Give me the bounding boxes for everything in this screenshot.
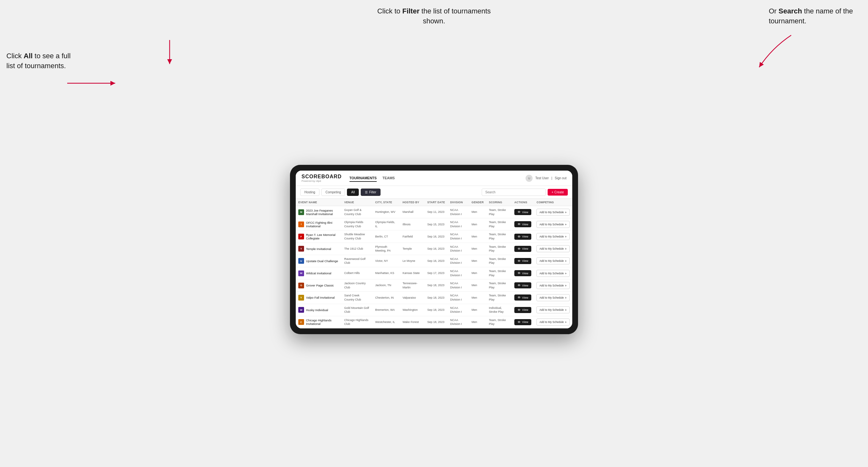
start-date-cell: Sep 16, 2023 (425, 255, 448, 267)
view-button[interactable]: 👁 View (514, 294, 531, 301)
competing-tab[interactable]: Competing (321, 189, 345, 196)
filter-button[interactable]: ☰ Filter (361, 189, 380, 196)
competing-cell: Add to My Schedule + (534, 267, 572, 279)
add-to-schedule-button[interactable]: Add to My Schedule + (536, 257, 570, 264)
view-button[interactable]: 👁 View (514, 221, 531, 227)
col-venue: VENUE (341, 199, 373, 206)
hosted-by-cell: Marshall (400, 206, 425, 218)
table-row: W Wildcat Invitational Colbert HillsManh… (296, 267, 572, 279)
event-name-cell-4: U Upstate Dual Challenge (296, 255, 341, 267)
col-actions: ACTIONS (512, 199, 534, 206)
app-header: SCOREBOARD Powered by clipd TOURNAMENTS … (296, 170, 572, 186)
division-cell: NCAA Division I (447, 243, 469, 255)
nav-tab-teams[interactable]: TEAMS (382, 175, 395, 182)
col-division: DIVISION (447, 199, 469, 206)
start-date-cell: Sep 16, 2023 (425, 243, 448, 255)
team-logo: V (298, 295, 304, 301)
table-row: C Chicago Highlands Invitational Chicago… (296, 316, 572, 328)
user-avatar: U (526, 175, 533, 182)
hosted-by-cell: Tennessee-Martin (400, 279, 425, 291)
view-button[interactable]: 👁 View (514, 319, 531, 325)
division-cell: NCAA Division I (447, 291, 469, 304)
add-to-schedule-button[interactable]: Add to My Schedule + (536, 245, 570, 252)
col-scoring: SCORING (486, 199, 512, 206)
col-start-date: START DATE (425, 199, 448, 206)
view-button[interactable]: 👁 View (514, 258, 531, 264)
view-button[interactable]: 👁 View (514, 246, 531, 252)
add-to-schedule-button[interactable]: Add to My Schedule + (536, 306, 570, 313)
event-name-cell-1: I OFCC Fighting Illini Invitational (296, 218, 341, 230)
add-to-schedule-button[interactable]: Add to My Schedule + (536, 233, 570, 240)
view-button[interactable]: 👁 View (514, 282, 531, 288)
city-state-cell: Berlin, CT (373, 230, 400, 243)
event-name-text: Temple Invitational (306, 247, 331, 251)
actions-cell: 👁 View (512, 243, 534, 255)
col-competing: COMPETING (534, 199, 572, 206)
view-button[interactable]: 👁 View (514, 209, 531, 215)
all-tab[interactable]: All (347, 189, 359, 196)
event-name-text: OFCC Fighting Illini Invitational (306, 221, 339, 228)
add-to-schedule-button[interactable]: Add to My Schedule + (536, 318, 570, 325)
add-to-schedule-button[interactable]: Add to My Schedule + (536, 270, 570, 277)
add-to-schedule-button[interactable]: Add to My Schedule + (536, 209, 570, 216)
start-date-cell: Sep 18, 2023 (425, 279, 448, 291)
gender-cell: Men (469, 255, 486, 267)
eye-icon: 👁 (518, 210, 521, 214)
city-state-cell: Bremerton, WA (373, 304, 400, 316)
team-logo: W (298, 271, 304, 276)
plus-icon: + (565, 272, 567, 275)
event-name-cell-5: W Wildcat Invitational (296, 267, 341, 279)
filter-icon: ☰ (365, 190, 368, 194)
table-container: EVENT NAME VENUE CITY, STATE HOSTED BY S… (296, 199, 572, 329)
event-name-cell-2: F Ryan T. Lee Memorial Collegiate (296, 230, 341, 243)
scoring-cell: Team, Stroke Play (486, 291, 512, 304)
filter-label: Filter (369, 190, 376, 194)
logo-area: SCOREBOARD Powered by clipd (302, 174, 342, 182)
tablet-frame: SCOREBOARD Powered by clipd TOURNAMENTS … (290, 165, 578, 334)
view-button[interactable]: 👁 View (514, 307, 531, 313)
scoring-cell: Team, Stroke Play (486, 255, 512, 267)
add-to-schedule-button[interactable]: Add to My Schedule + (536, 294, 570, 301)
create-button[interactable]: + Create (548, 189, 568, 195)
view-button[interactable]: 👁 View (514, 234, 531, 240)
app-logo-sub: Powered by clipd (302, 180, 342, 182)
search-input[interactable] (482, 189, 546, 196)
nav-tabs: TOURNAMENTS TEAMS (349, 175, 526, 182)
plus-icon: + (565, 284, 567, 287)
user-name: Test User (535, 176, 549, 180)
venue-cell: Gold Mountain Golf Club (341, 304, 373, 316)
venue-cell: Jackson Country Club (341, 279, 373, 291)
eye-icon: 👁 (518, 308, 521, 312)
plus-icon: + (565, 247, 567, 251)
actions-cell: 👁 View (512, 206, 534, 218)
competing-cell: Add to My Schedule + (534, 279, 572, 291)
competing-cell: Add to My Schedule + (534, 206, 572, 218)
add-to-schedule-button[interactable]: Add to My Schedule + (536, 282, 570, 289)
venue-cell: Shuttle Meadow Country Club (341, 230, 373, 243)
start-date-cell: Sep 18, 2023 (425, 304, 448, 316)
plus-icon: + (565, 320, 567, 324)
tournaments-table: EVENT NAME VENUE CITY, STATE HOSTED BY S… (296, 199, 572, 329)
city-state-cell: Manhattan, KS (373, 267, 400, 279)
plus-icon: + (565, 210, 567, 214)
hosting-tab[interactable]: Hosting (300, 189, 319, 196)
event-name-text: 2023 Joe Feaganes Marshall Invitational (306, 209, 339, 216)
competing-cell: Add to My Schedule + (534, 218, 572, 230)
plus-icon: + (565, 222, 567, 226)
view-button[interactable]: 👁 View (514, 270, 531, 276)
eye-icon: 👁 (518, 259, 521, 263)
sign-out-link[interactable]: Sign out (555, 176, 566, 180)
start-date-cell: Sep 15, 2023 (425, 218, 448, 230)
actions-cell: 👁 View (512, 304, 534, 316)
eye-icon: 👁 (518, 320, 521, 324)
add-to-schedule-button[interactable]: Add to My Schedule + (536, 221, 570, 228)
competing-cell: Add to My Schedule + (534, 230, 572, 243)
eye-icon: 👁 (518, 284, 521, 287)
venue-cell: Ravenwood Golf Club (341, 255, 373, 267)
division-cell: NCAA Division I (447, 206, 469, 218)
plus-icon: + (565, 259, 567, 263)
app-logo: SCOREBOARD (302, 174, 342, 180)
event-name-cell-9: C Chicago Highlands Invitational (296, 316, 341, 328)
gender-cell: Men (469, 267, 486, 279)
nav-tab-tournaments[interactable]: TOURNAMENTS (349, 175, 377, 182)
